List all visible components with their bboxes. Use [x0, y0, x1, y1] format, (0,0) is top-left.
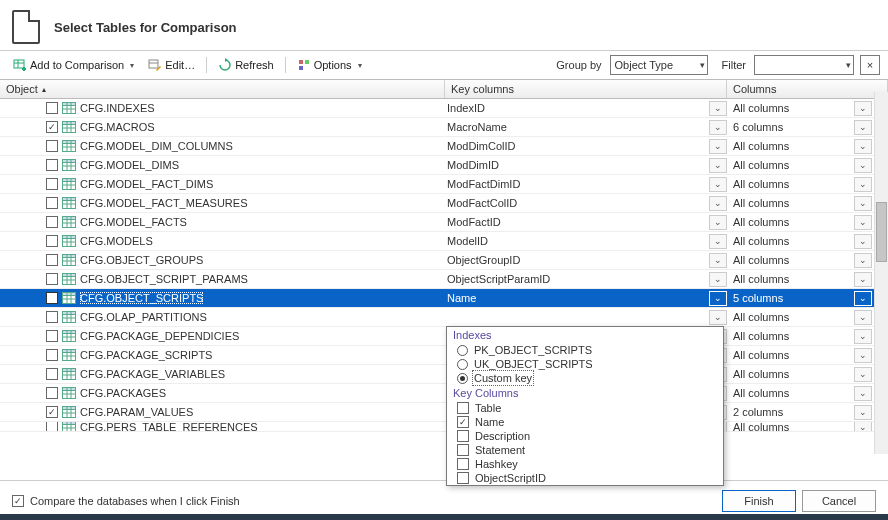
radio-button[interactable] — [457, 359, 468, 370]
clear-filter-button[interactable]: × — [860, 55, 880, 75]
table-row[interactable]: CFG.OBJECT_GROUPSObjectGroupID⌄All colum… — [0, 251, 888, 270]
row-key-dropdown[interactable]: ⌄ — [709, 120, 727, 135]
row-columns-dropdown[interactable]: ⌄ — [854, 101, 872, 116]
radio-button[interactable] — [457, 373, 468, 384]
row-columns-dropdown[interactable]: ⌄ — [854, 196, 872, 211]
row-checkbox[interactable] — [46, 368, 58, 380]
row-columns-dropdown[interactable]: ⌄ — [854, 422, 872, 432]
popup-keycolumn-option[interactable]: Table — [447, 401, 723, 415]
finish-button[interactable]: Finish — [722, 490, 796, 512]
row-columns-dropdown[interactable]: ⌄ — [854, 310, 872, 325]
table-row[interactable]: CFG.MODEL_FACT_MEASURESModFactColID⌄All … — [0, 194, 888, 213]
row-checkbox[interactable] — [46, 102, 58, 114]
row-key-dropdown[interactable]: ⌄ — [709, 272, 727, 287]
table-row[interactable]: ✓CFG.OBJECT_SCRIPTSName⌄5 columns⌄ — [0, 289, 888, 308]
row-key-dropdown[interactable]: ⌄ — [709, 139, 727, 154]
row-columns-dropdown[interactable]: ⌄ — [854, 386, 872, 401]
table-icon — [62, 349, 76, 361]
table-row[interactable]: CFG.MODEL_FACTSModFactID⌄All columns⌄ — [0, 213, 888, 232]
row-key-dropdown[interactable]: ⌄ — [709, 234, 727, 249]
row-checkbox[interactable] — [46, 235, 58, 247]
popup-index-option[interactable]: PK_OBJECT_SCRIPTS — [447, 343, 723, 357]
popup-keycolumn-option[interactable]: Statement — [447, 443, 723, 457]
row-checkbox[interactable]: ✓ — [46, 406, 58, 418]
row-checkbox[interactable] — [46, 311, 58, 323]
row-key-dropdown[interactable]: ⌄ — [709, 310, 727, 325]
refresh-button[interactable]: Refresh — [213, 56, 279, 74]
row-checkbox[interactable] — [46, 197, 58, 209]
row-checkbox[interactable] — [46, 387, 58, 399]
table-row[interactable]: CFG.MODELSModelID⌄All columns⌄ — [0, 232, 888, 251]
popup-index-option[interactable]: Custom key — [447, 371, 723, 385]
row-checkbox[interactable]: ✓ — [46, 292, 58, 304]
row-checkbox[interactable] — [46, 349, 58, 361]
column-header-columns[interactable]: Columns — [727, 80, 888, 98]
popup-checkbox[interactable] — [457, 430, 469, 442]
row-columns-dropdown[interactable]: ⌄ — [854, 158, 872, 173]
table-row[interactable]: CFG.OBJECT_SCRIPT_PARAMSObjectScriptPara… — [0, 270, 888, 289]
row-checkbox[interactable] — [46, 273, 58, 285]
row-checkbox[interactable] — [46, 178, 58, 190]
table-row[interactable]: CFG.INDEXESIndexID⌄All columns⌄ — [0, 99, 888, 118]
radio-button[interactable] — [457, 345, 468, 356]
row-columns-dropdown[interactable]: ⌄ — [854, 405, 872, 420]
row-columns-dropdown[interactable]: ⌄ — [854, 367, 872, 382]
scrollbar-thumb[interactable] — [876, 202, 887, 262]
table-row[interactable]: CFG.PACKAGE_VARIABLES⌄All columns⌄ — [0, 365, 888, 384]
column-header-key[interactable]: Key columns — [445, 80, 727, 98]
filter-input[interactable]: ▾ — [754, 55, 854, 75]
popup-keycolumn-option[interactable]: ObjectScriptID — [447, 471, 723, 485]
row-columns-dropdown[interactable]: ⌄ — [854, 291, 872, 306]
popup-checkbox[interactable]: ✓ — [457, 416, 469, 428]
edit-button[interactable]: Edit… — [143, 56, 200, 74]
row-columns-dropdown[interactable]: ⌄ — [854, 120, 872, 135]
row-checkbox[interactable]: ✓ — [46, 121, 58, 133]
row-key-dropdown[interactable]: ⌄ — [709, 196, 727, 211]
table-row[interactable]: CFG.PACKAGE_SCRIPTS⌄All columns⌄ — [0, 346, 888, 365]
table-row[interactable]: CFG.PACKAGE_DEPENDICIES⌄All columns⌄ — [0, 327, 888, 346]
row-key-dropdown[interactable]: ⌄ — [709, 291, 727, 306]
row-checkbox[interactable] — [46, 216, 58, 228]
popup-checkbox[interactable] — [457, 458, 469, 470]
row-columns-dropdown[interactable]: ⌄ — [854, 348, 872, 363]
groupby-select[interactable]: Object Type ▾ — [610, 55, 708, 75]
popup-keycolumn-option[interactable]: ✓Name — [447, 415, 723, 429]
row-key-dropdown[interactable]: ⌄ — [709, 158, 727, 173]
table-row[interactable]: ✓CFG.PARAM_VALUES⌄2 columns⌄ — [0, 403, 888, 422]
row-columns-dropdown[interactable]: ⌄ — [854, 177, 872, 192]
row-columns-dropdown[interactable]: ⌄ — [854, 215, 872, 230]
popup-checkbox[interactable] — [457, 444, 469, 456]
row-columns-dropdown[interactable]: ⌄ — [854, 272, 872, 287]
row-key-dropdown[interactable]: ⌄ — [709, 253, 727, 268]
row-checkbox[interactable] — [46, 159, 58, 171]
row-key-dropdown[interactable]: ⌄ — [709, 177, 727, 192]
row-checkbox[interactable] — [46, 330, 58, 342]
row-checkbox[interactable] — [46, 254, 58, 266]
cancel-button[interactable]: Cancel — [802, 490, 876, 512]
options-button[interactable]: Options — [292, 56, 367, 74]
row-columns-dropdown[interactable]: ⌄ — [854, 234, 872, 249]
row-key-dropdown[interactable]: ⌄ — [709, 101, 727, 116]
table-row[interactable]: ✓CFG.MACROSMacroName⌄6 columns⌄ — [0, 118, 888, 137]
add-to-comparison-button[interactable]: Add to Comparison — [8, 56, 139, 74]
table-row[interactable]: CFG.MODEL_DIMSModDimID⌄All columns⌄ — [0, 156, 888, 175]
row-checkbox[interactable] — [46, 422, 58, 432]
popup-keycolumn-option[interactable]: Hashkey — [447, 457, 723, 471]
row-columns-dropdown[interactable]: ⌄ — [854, 139, 872, 154]
row-key-dropdown[interactable]: ⌄ — [709, 215, 727, 230]
compare-on-finish-checkbox[interactable]: ✓ — [12, 495, 24, 507]
table-row[interactable]: CFG.MODEL_FACT_DIMSModFactDimID⌄All colu… — [0, 175, 888, 194]
table-row[interactable]: CFG.OLAP_PARTITIONS⌄All columns⌄ — [0, 308, 888, 327]
popup-checkbox[interactable] — [457, 402, 469, 414]
row-columns-dropdown[interactable]: ⌄ — [854, 329, 872, 344]
popup-keycolumn-option[interactable]: Description — [447, 429, 723, 443]
table-row[interactable]: CFG.MODEL_DIM_COLUMNSModDimColID⌄All col… — [0, 137, 888, 156]
column-header-object[interactable]: Object ▴ — [0, 80, 445, 98]
row-checkbox[interactable] — [46, 140, 58, 152]
table-row[interactable]: CFG.PACKAGES⌄All columns⌄ — [0, 384, 888, 403]
vertical-scrollbar[interactable] — [874, 92, 888, 454]
row-columns-dropdown[interactable]: ⌄ — [854, 253, 872, 268]
table-row[interactable]: CFG.PERS_TABLE_REFERENCES⌄All columns⌄ — [0, 422, 888, 432]
popup-checkbox[interactable] — [457, 472, 469, 484]
popup-index-option[interactable]: UK_OBJECT_SCRIPTS — [447, 357, 723, 371]
